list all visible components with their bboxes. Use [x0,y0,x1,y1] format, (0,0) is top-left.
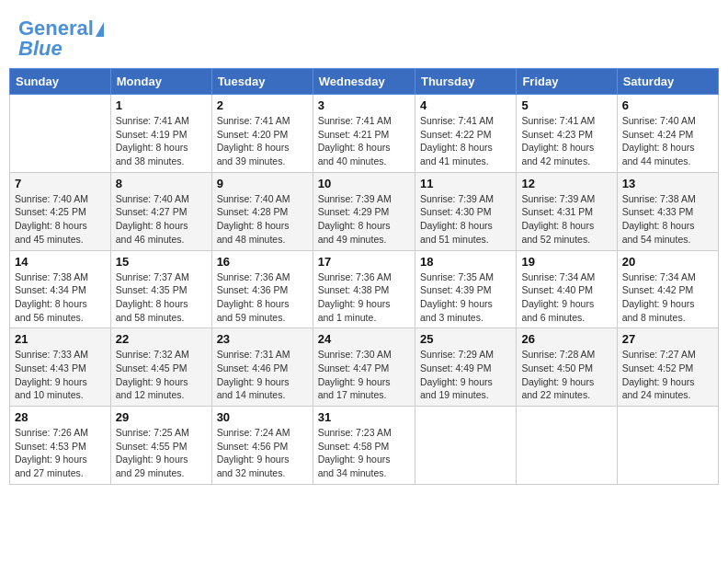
day-number: 10 [318,177,410,190]
day-number: 2 [217,98,308,112]
calendar-cell: 22Sunrise: 7:32 AM Sunset: 4:45 PM Dayli… [110,328,211,407]
day-info: Sunrise: 7:24 AM Sunset: 4:56 PM Dayligh… [217,426,308,480]
calendar-cell: 29Sunrise: 7:25 AM Sunset: 4:55 PM Dayli… [110,407,211,485]
calendar-cell: 14Sunrise: 7:38 AM Sunset: 4:34 PM Dayli… [10,250,111,328]
calendar-cell: 25Sunrise: 7:29 AM Sunset: 4:49 PM Dayli… [415,328,516,407]
day-info: Sunrise: 7:36 AM Sunset: 4:38 PM Dayligh… [318,270,410,325]
calendar-week-row: 14Sunrise: 7:38 AM Sunset: 4:34 PM Dayli… [10,250,719,328]
day-info: Sunrise: 7:29 AM Sunset: 4:49 PM Dayligh… [420,348,511,402]
calendar-cell: 16Sunrise: 7:36 AM Sunset: 4:36 PM Dayli… [211,250,313,328]
calendar-week-row: 21Sunrise: 7:33 AM Sunset: 4:43 PM Dayli… [10,328,719,407]
day-number: 20 [622,255,713,269]
calendar-cell [415,407,516,485]
day-number: 14 [15,255,106,269]
calendar-cell: 5Sunrise: 7:41 AM Sunset: 4:23 PM Daylig… [517,95,617,173]
day-number: 30 [217,410,308,424]
day-info: Sunrise: 7:34 AM Sunset: 4:42 PM Dayligh… [622,270,713,325]
weekday-header: Saturday [617,69,718,95]
calendar-week-row: 7Sunrise: 7:40 AM Sunset: 4:25 PM Daylig… [10,172,719,250]
day-number: 5 [521,98,611,112]
day-info: Sunrise: 7:25 AM Sunset: 4:55 PM Dayligh… [116,426,207,480]
calendar-cell: 6Sunrise: 7:40 AM Sunset: 4:24 PM Daylig… [617,95,718,173]
day-info: Sunrise: 7:32 AM Sunset: 4:45 PM Dayligh… [116,348,207,402]
day-info: Sunrise: 7:40 AM Sunset: 4:24 PM Dayligh… [622,114,713,168]
calendar-cell: 26Sunrise: 7:28 AM Sunset: 4:50 PM Dayli… [517,328,617,407]
weekday-header: Wednesday [313,69,415,95]
day-info: Sunrise: 7:28 AM Sunset: 4:50 PM Dayligh… [521,348,611,402]
calendar-cell: 18Sunrise: 7:35 AM Sunset: 4:39 PM Dayli… [415,250,516,328]
calendar-week-row: 1Sunrise: 7:41 AM Sunset: 4:19 PM Daylig… [10,95,719,173]
weekday-header: Friday [517,69,617,95]
calendar-cell: 23Sunrise: 7:31 AM Sunset: 4:46 PM Dayli… [211,328,313,407]
day-number: 29 [116,410,207,424]
day-number: 21 [15,332,106,346]
calendar-cell: 9Sunrise: 7:40 AM Sunset: 4:28 PM Daylig… [211,172,313,250]
day-number: 28 [15,410,106,424]
day-number: 1 [116,98,207,112]
day-number: 13 [622,177,713,190]
day-number: 17 [318,255,410,269]
calendar-cell: 11Sunrise: 7:39 AM Sunset: 4:30 PM Dayli… [415,172,516,250]
day-info: Sunrise: 7:41 AM Sunset: 4:20 PM Dayligh… [217,114,308,168]
calendar-cell [517,407,617,485]
day-number: 16 [217,255,308,269]
day-number: 7 [15,177,106,190]
day-number: 15 [116,255,207,269]
day-info: Sunrise: 7:31 AM Sunset: 4:46 PM Dayligh… [217,348,308,402]
calendar-cell: 8Sunrise: 7:40 AM Sunset: 4:27 PM Daylig… [110,172,211,250]
day-info: Sunrise: 7:41 AM Sunset: 4:23 PM Dayligh… [521,114,611,168]
day-number: 4 [420,98,511,112]
calendar-cell: 21Sunrise: 7:33 AM Sunset: 4:43 PM Dayli… [10,328,111,407]
weekday-header: Sunday [10,69,111,95]
calendar-cell: 27Sunrise: 7:27 AM Sunset: 4:52 PM Dayli… [617,328,718,407]
weekday-header: Thursday [415,69,516,95]
calendar-cell: 2Sunrise: 7:41 AM Sunset: 4:20 PM Daylig… [211,95,313,173]
day-info: Sunrise: 7:38 AM Sunset: 4:33 PM Dayligh… [622,192,713,247]
day-number: 25 [420,332,511,346]
day-number: 9 [217,177,308,190]
day-info: Sunrise: 7:39 AM Sunset: 4:29 PM Dayligh… [318,192,410,247]
calendar-cell: 3Sunrise: 7:41 AM Sunset: 4:21 PM Daylig… [313,95,415,173]
day-info: Sunrise: 7:35 AM Sunset: 4:39 PM Dayligh… [420,270,511,325]
day-info: Sunrise: 7:33 AM Sunset: 4:43 PM Dayligh… [15,348,106,402]
calendar-cell: 17Sunrise: 7:36 AM Sunset: 4:38 PM Dayli… [313,250,415,328]
calendar-week-row: 28Sunrise: 7:26 AM Sunset: 4:53 PM Dayli… [10,407,719,485]
logo: General Blue [18,18,104,59]
calendar-cell: 31Sunrise: 7:23 AM Sunset: 4:58 PM Dayli… [313,407,415,485]
calendar-cell: 30Sunrise: 7:24 AM Sunset: 4:56 PM Dayli… [211,407,313,485]
calendar-cell: 15Sunrise: 7:37 AM Sunset: 4:35 PM Dayli… [110,250,211,328]
day-info: Sunrise: 7:41 AM Sunset: 4:22 PM Dayligh… [420,114,511,168]
day-info: Sunrise: 7:40 AM Sunset: 4:28 PM Dayligh… [217,192,308,247]
day-info: Sunrise: 7:34 AM Sunset: 4:40 PM Dayligh… [521,270,611,325]
day-number: 24 [318,332,410,346]
day-info: Sunrise: 7:41 AM Sunset: 4:19 PM Dayligh… [116,114,207,168]
day-number: 22 [116,332,207,346]
calendar-cell: 10Sunrise: 7:39 AM Sunset: 4:29 PM Dayli… [313,172,415,250]
page-header: General Blue [9,9,719,63]
day-number: 12 [521,177,611,190]
calendar-cell [617,407,718,485]
day-info: Sunrise: 7:38 AM Sunset: 4:34 PM Dayligh… [15,270,106,325]
day-info: Sunrise: 7:39 AM Sunset: 4:31 PM Dayligh… [521,192,611,247]
day-info: Sunrise: 7:30 AM Sunset: 4:47 PM Dayligh… [318,348,410,402]
day-info: Sunrise: 7:27 AM Sunset: 4:52 PM Dayligh… [622,348,713,402]
calendar-cell [10,95,111,173]
calendar-cell: 19Sunrise: 7:34 AM Sunset: 4:40 PM Dayli… [517,250,617,328]
calendar-cell: 24Sunrise: 7:30 AM Sunset: 4:47 PM Dayli… [313,328,415,407]
calendar-cell: 28Sunrise: 7:26 AM Sunset: 4:53 PM Dayli… [10,407,111,485]
day-info: Sunrise: 7:39 AM Sunset: 4:30 PM Dayligh… [420,192,511,247]
calendar-cell: 4Sunrise: 7:41 AM Sunset: 4:22 PM Daylig… [415,95,516,173]
logo-text: General [18,18,94,39]
calendar-cell: 12Sunrise: 7:39 AM Sunset: 4:31 PM Dayli… [517,172,617,250]
day-number: 26 [521,332,611,346]
day-info: Sunrise: 7:41 AM Sunset: 4:21 PM Dayligh… [318,114,410,168]
weekday-header: Monday [110,69,211,95]
day-info: Sunrise: 7:40 AM Sunset: 4:25 PM Dayligh… [15,192,106,247]
day-info: Sunrise: 7:37 AM Sunset: 4:35 PM Dayligh… [116,270,207,325]
logo-blue: Blue [18,37,63,60]
calendar-table: SundayMondayTuesdayWednesdayThursdayFrid… [9,68,719,485]
calendar-cell: 7Sunrise: 7:40 AM Sunset: 4:25 PM Daylig… [10,172,111,250]
day-number: 31 [318,410,410,424]
day-number: 18 [420,255,511,269]
logo-triangle-icon [96,22,104,37]
